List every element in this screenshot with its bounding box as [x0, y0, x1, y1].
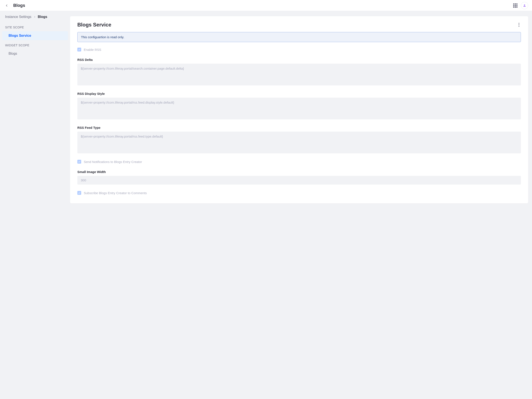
- settings-card: Blogs Service This configuartion is read…: [70, 16, 528, 203]
- check-icon: [78, 48, 81, 51]
- small-image-width-field[interactable]: 300: [77, 176, 521, 184]
- sidebar-item-blogs[interactable]: Blogs: [2, 49, 68, 58]
- card-header: Blogs Service: [77, 22, 521, 28]
- chevron-right-icon: [33, 15, 36, 19]
- rss-feed-type-group: RSS Feed Type ${server-property://com.li…: [77, 126, 521, 153]
- dot-icon: [519, 24, 519, 25]
- site-scope-header: SITE SCOPE: [2, 23, 68, 31]
- rss-delta-field[interactable]: ${server-property://com.liferay.portal/s…: [77, 64, 521, 85]
- more-actions-button[interactable]: [517, 22, 521, 27]
- send-notifications-label: Send Notifications to Blogs Entry Creato…: [84, 160, 142, 164]
- rss-display-style-label: RSS Display Style: [77, 92, 521, 95]
- rss-delta-label: RSS Delta: [77, 58, 521, 62]
- apps-grid-icon[interactable]: [513, 3, 518, 8]
- person-icon: [523, 4, 526, 7]
- sidebar-item-label: Blogs Service: [9, 34, 31, 37]
- enable-rss-checkbox-row: Enable RSS: [77, 48, 521, 51]
- chevron-left-icon: [5, 4, 8, 7]
- small-image-width-group: Small Image Width 300: [77, 170, 521, 184]
- rss-feed-type-field[interactable]: ${server-property://com.liferay.portal/r…: [77, 132, 521, 153]
- dot-icon: [519, 26, 519, 27]
- widget-scope-header: WIDGET SCOPE: [2, 41, 68, 49]
- sidebar-item-blogs-service[interactable]: Blogs Service: [2, 31, 68, 40]
- back-button[interactable]: [4, 3, 10, 9]
- send-notifications-checkbox-row: Send Notifications to Blogs Entry Creato…: [77, 160, 521, 164]
- read-only-alert: This configuartion is read only.: [77, 32, 521, 42]
- sidebar: Instance Settings Blogs SITE SCOPE Blogs…: [0, 11, 70, 399]
- rss-display-style-group: RSS Display Style ${server-property://co…: [77, 92, 521, 119]
- user-avatar[interactable]: [521, 2, 528, 9]
- page-title: Blogs: [13, 3, 25, 8]
- top-bar: Blogs: [0, 0, 532, 11]
- check-icon: [78, 160, 81, 163]
- breadcrumb-parent[interactable]: Instance Settings: [5, 15, 32, 19]
- enable-rss-label: Enable RSS: [84, 48, 101, 51]
- card-title: Blogs Service: [77, 22, 111, 28]
- dot-icon: [519, 23, 519, 24]
- subscribe-comments-label: Subscribe Blogs Entry Creator to Comment…: [84, 191, 147, 195]
- breadcrumb-current: Blogs: [38, 15, 47, 19]
- rss-delta-group: RSS Delta ${server-property://com.lifera…: [77, 58, 521, 85]
- top-bar-right: [513, 2, 528, 9]
- main-content: Blogs Service This configuartion is read…: [70, 11, 532, 399]
- body-wrap: Instance Settings Blogs SITE SCOPE Blogs…: [0, 11, 532, 399]
- small-image-width-label: Small Image Width: [77, 170, 521, 174]
- subscribe-comments-checkbox[interactable]: [77, 191, 81, 195]
- subscribe-comments-checkbox-row: Subscribe Blogs Entry Creator to Comment…: [77, 191, 521, 195]
- send-notifications-checkbox[interactable]: [77, 160, 81, 164]
- rss-display-style-field[interactable]: ${server-property://com.liferay.portal/r…: [77, 98, 521, 119]
- check-icon: [78, 192, 81, 194]
- breadcrumb: Instance Settings Blogs: [2, 11, 68, 23]
- rss-feed-type-label: RSS Feed Type: [77, 126, 521, 129]
- enable-rss-checkbox[interactable]: [77, 48, 81, 51]
- sidebar-item-label: Blogs: [9, 52, 17, 55]
- top-bar-left: Blogs: [4, 3, 25, 9]
